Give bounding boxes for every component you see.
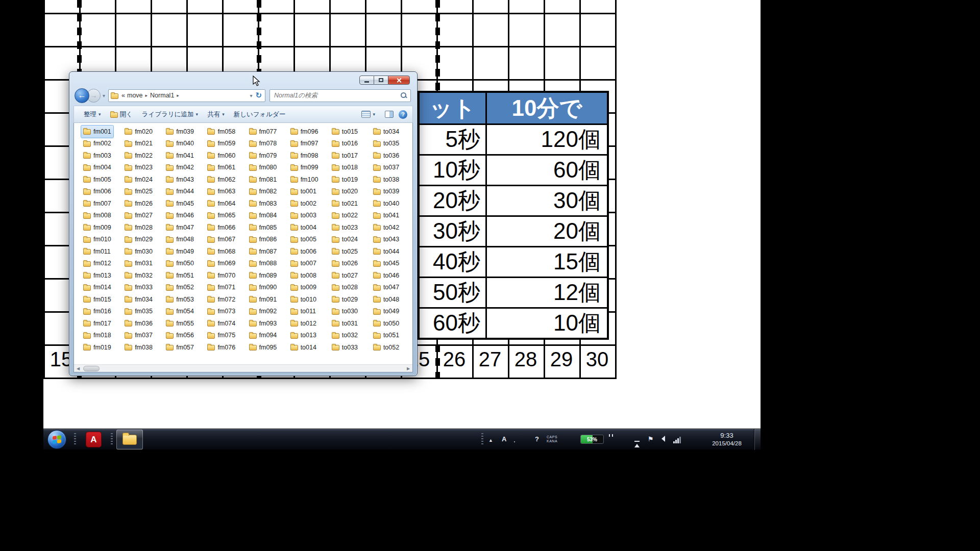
- folder-item[interactable]: fm072: [205, 293, 237, 306]
- add-to-library-button[interactable]: ライブラリに追加 ▾: [137, 108, 203, 121]
- address-dropdown-icon[interactable]: ▾: [250, 93, 252, 98]
- folder-item[interactable]: fm004: [81, 162, 113, 174]
- folder-item[interactable]: to027: [330, 269, 360, 282]
- folder-item[interactable]: to039: [371, 186, 401, 198]
- folder-item[interactable]: fm047: [164, 221, 196, 234]
- organize-button[interactable]: 整理 ▾: [79, 108, 106, 121]
- folder-item[interactable]: fm059: [205, 138, 237, 150]
- folder-item[interactable]: fm064: [205, 197, 237, 210]
- folder-item[interactable]: to008: [288, 269, 318, 282]
- action-center-flag-icon[interactable]: ⚑: [648, 435, 654, 443]
- folder-item[interactable]: to002: [288, 197, 318, 210]
- folder-item[interactable]: to044: [371, 245, 401, 258]
- breadcrumb-segment[interactable]: Normal1: [150, 92, 174, 99]
- folder-item[interactable]: fm028: [122, 221, 155, 234]
- folder-item[interactable]: fm079: [247, 149, 279, 162]
- search-input[interactable]: [273, 91, 400, 99]
- folder-item[interactable]: fm082: [247, 186, 279, 198]
- folder-item[interactable]: to007: [288, 258, 318, 270]
- folder-item[interactable]: fm034: [122, 293, 155, 306]
- scrollbar-track[interactable]: [82, 365, 404, 372]
- folder-item[interactable]: to018: [330, 162, 360, 174]
- folder-item[interactable]: fm049: [164, 245, 196, 258]
- folder-item[interactable]: to024: [330, 234, 360, 246]
- folder-item[interactable]: fm033: [122, 282, 155, 294]
- folder-item[interactable]: fm015: [81, 293, 113, 306]
- folder-item[interactable]: fm057: [164, 341, 196, 354]
- folder-item[interactable]: to051: [371, 330, 401, 342]
- folder-item[interactable]: fm099: [288, 162, 321, 174]
- start-button[interactable]: [47, 430, 66, 449]
- folder-item[interactable]: to005: [288, 234, 318, 246]
- folder-item[interactable]: to037: [371, 162, 401, 174]
- folder-item[interactable]: fm086: [247, 234, 279, 246]
- folder-item[interactable]: to040: [371, 197, 401, 210]
- folder-item[interactable]: fm001: [81, 126, 113, 138]
- folder-item[interactable]: to031: [330, 317, 360, 330]
- chevron-right-icon[interactable]: ▸: [145, 93, 148, 98]
- folder-item[interactable]: fm053: [164, 293, 196, 306]
- folder-item[interactable]: to029: [330, 293, 360, 306]
- folder-item[interactable]: fm087: [247, 245, 279, 258]
- folder-item[interactable]: to021: [330, 197, 360, 210]
- folder-item[interactable]: to050: [371, 317, 401, 330]
- horizontal-scrollbar[interactable]: ◀ ▶: [74, 364, 412, 372]
- folder-item[interactable]: fm090: [247, 282, 279, 294]
- folder-item[interactable]: to052: [371, 341, 401, 354]
- refresh-icon[interactable]: ↻: [255, 91, 262, 100]
- taskbar-clock[interactable]: 9:33 2015/04/28: [705, 432, 749, 447]
- folder-item[interactable]: fm054: [164, 306, 196, 318]
- folder-item[interactable]: to041: [371, 210, 401, 222]
- folder-item[interactable]: fm096: [288, 126, 321, 138]
- minimize-button[interactable]: [359, 76, 374, 85]
- folder-item[interactable]: fm013: [81, 269, 113, 282]
- folder-item[interactable]: to047: [371, 282, 401, 294]
- folder-item[interactable]: fm022: [122, 149, 155, 162]
- folder-item[interactable]: fm074: [205, 317, 237, 330]
- folder-item[interactable]: fm008: [81, 210, 113, 222]
- ime-help-icon[interactable]: ?: [535, 435, 539, 443]
- eject-device-icon[interactable]: [634, 435, 640, 443]
- folder-item[interactable]: to028: [330, 282, 360, 294]
- folder-item[interactable]: fm070: [205, 269, 237, 282]
- folder-item[interactable]: fm077: [247, 126, 279, 138]
- folder-item[interactable]: to017: [330, 149, 360, 162]
- folder-item[interactable]: fm052: [164, 282, 196, 294]
- folder-item[interactable]: fm065: [205, 210, 237, 222]
- folder-item[interactable]: to016: [330, 138, 360, 150]
- folder-item[interactable]: fm056: [164, 330, 196, 342]
- folder-item[interactable]: fm011: [81, 245, 113, 258]
- folder-item[interactable]: fm037: [122, 330, 155, 342]
- folder-item[interactable]: to006: [288, 245, 318, 258]
- folder-item[interactable]: to013: [288, 330, 318, 342]
- folder-item[interactable]: fm092: [247, 306, 279, 318]
- folder-item[interactable]: fm012: [81, 258, 113, 270]
- folder-item[interactable]: fm019: [81, 341, 113, 354]
- folder-item[interactable]: fm006: [81, 186, 113, 198]
- folder-item[interactable]: fm100: [288, 173, 321, 186]
- folder-item[interactable]: fm095: [247, 341, 279, 354]
- folder-item[interactable]: to022: [330, 210, 360, 222]
- folder-item[interactable]: fm063: [205, 186, 237, 198]
- share-button[interactable]: 共有 ▾: [203, 108, 229, 121]
- folder-item[interactable]: fm093: [247, 317, 279, 330]
- folder-item[interactable]: fm039: [164, 126, 196, 138]
- folder-item[interactable]: fm089: [247, 269, 279, 282]
- folder-item[interactable]: fm098: [288, 149, 321, 162]
- folder-item[interactable]: fm068: [205, 245, 237, 258]
- folder-item[interactable]: fm021: [122, 138, 155, 150]
- folder-item[interactable]: to025: [330, 245, 360, 258]
- folder-item[interactable]: fm029: [122, 234, 155, 246]
- folder-item[interactable]: fm050: [164, 258, 196, 270]
- folder-item[interactable]: fm051: [164, 269, 196, 282]
- folder-item[interactable]: fm026: [122, 197, 155, 210]
- folder-item[interactable]: to048: [371, 293, 401, 306]
- folder-item[interactable]: fm062: [205, 173, 237, 186]
- folder-item[interactable]: fm007: [81, 197, 113, 210]
- folder-item[interactable]: fm031: [122, 258, 155, 270]
- folder-item[interactable]: to020: [330, 186, 360, 198]
- folder-item[interactable]: to014: [288, 341, 318, 354]
- search-icon[interactable]: [400, 92, 407, 99]
- folder-item[interactable]: fm025: [122, 186, 155, 198]
- scroll-left-icon[interactable]: ◀: [74, 365, 82, 372]
